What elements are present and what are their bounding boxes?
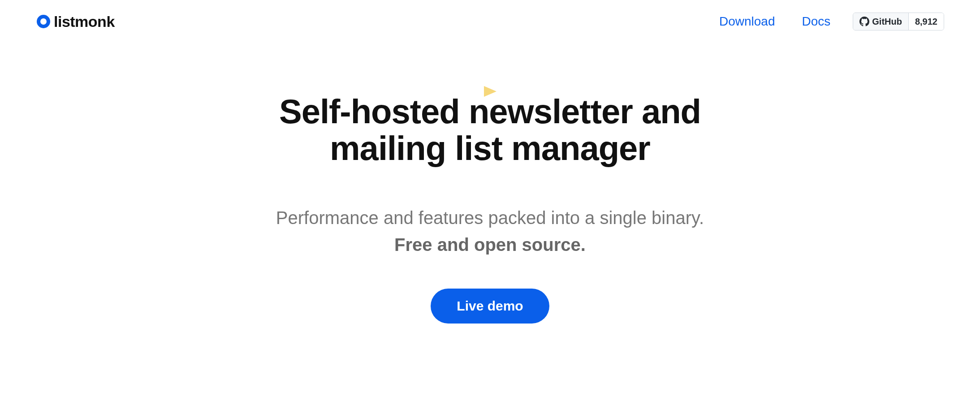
header: listmonk Download Docs GitHub 8,912 (0, 0, 980, 30)
hero-subline-strong: Free and open source. (0, 232, 980, 257)
github-star-count: 8,912 (909, 13, 944, 30)
nav: Download Docs GitHub 8,912 (719, 13, 944, 30)
hero-cta: Live demo (0, 289, 980, 324)
hero-subline: Performance and features packed into a s… (0, 205, 980, 257)
github-label-text: GitHub (872, 17, 902, 27)
logo-ring-icon (37, 15, 50, 28)
github-label: GitHub (853, 13, 909, 30)
nav-link-download[interactable]: Download (719, 14, 775, 29)
hero: Self-hosted newsletter and mailing list … (0, 93, 980, 324)
github-icon (859, 17, 869, 26)
hero-headline-line2: mailing list manager (330, 129, 650, 167)
hero-headline: Self-hosted newsletter and mailing list … (0, 93, 980, 167)
live-demo-button[interactable]: Live demo (431, 289, 549, 324)
logo[interactable]: listmonk (37, 13, 115, 30)
logo-text: listmonk (54, 13, 115, 30)
github-badge[interactable]: GitHub 8,912 (853, 13, 944, 30)
confetti-icon (481, 82, 499, 102)
hero-subline-text: Performance and features packed into a s… (276, 208, 704, 228)
svg-marker-0 (484, 86, 496, 97)
nav-link-docs[interactable]: Docs (802, 14, 830, 29)
